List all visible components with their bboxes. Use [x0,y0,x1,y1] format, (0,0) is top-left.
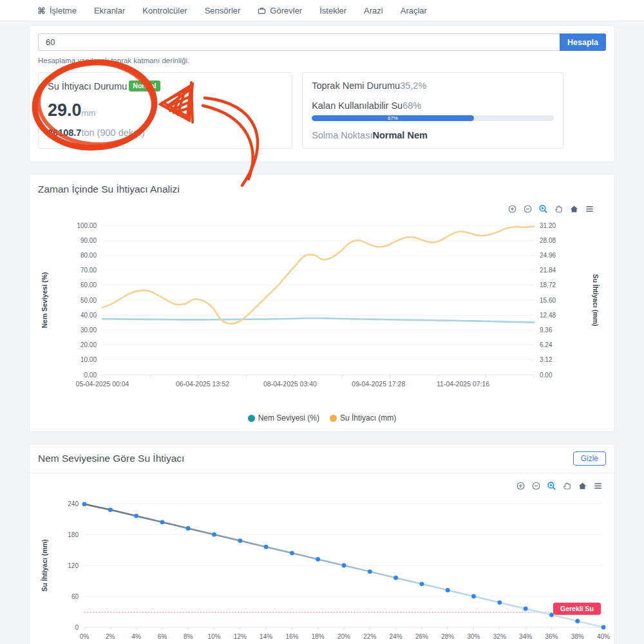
data-point-marker[interactable] [290,551,294,555]
time-analysis-panel: Zaman İçinde Su İhtiyacı Analizi 0.000.0… [29,174,615,432]
data-point-marker[interactable] [471,594,476,599]
data-point-marker[interactable] [575,619,580,623]
nav-item-kontrolculer[interactable]: Kontrolcüler [142,6,187,15]
pan-icon[interactable] [554,204,564,216]
nav-item-istekler[interactable]: İstekler [319,6,346,15]
nav-item-arazi[interactable]: Arazi [364,6,383,15]
available-water-label: Kalan Kullanılabilir Su [312,100,402,111]
legend-item[interactable]: Nem Seviyesi (%) [248,413,319,422]
nav-item-label: Sensörler [205,6,241,15]
moisture-water-panel: Nem Seviyesine Göre Su İhtiyacı Gizle 06… [29,444,615,644]
zoom-in-icon[interactable] [516,481,526,493]
data-point-marker[interactable] [160,520,165,524]
x-tick-label: 30% [467,633,480,640]
y-right-axis-title: Su İhtiyacı (mm) [592,274,600,326]
water-total-unit: ton (900 dekar) [81,128,144,138]
x-tick-label: 10% [207,633,220,640]
zoom-out-icon[interactable] [531,481,541,493]
x-tick-label: 38% [571,633,584,640]
nav-item-ekranlar[interactable]: Ekranlar [94,6,125,15]
nav-item-araclar[interactable]: Araçlar [401,6,427,15]
available-water-progressbar: 67% [312,115,554,121]
data-point-marker[interactable] [601,625,606,630]
x-tick-label: 12% [234,633,247,640]
y-tick-label: 60 [71,593,79,600]
legend-item[interactable]: Su İhtiyacı (mm) [330,413,396,422]
data-point-marker[interactable] [446,588,450,592]
data-point-marker[interactable] [186,526,191,531]
nav-item-label: Ekranlar [94,6,125,15]
y-left-tick-label: 10.00 [80,356,97,363]
y-right-tick-label: 28.08 [540,237,556,244]
y-right-tick-label: 3.12 [540,356,553,363]
y-left-tick-label: 90.00 [80,237,97,244]
selection-zoom-icon[interactable] [547,481,556,493]
zoom-out-icon[interactable] [523,204,533,216]
x-tick-label: 11-04-2025 07:16 [437,380,489,388]
x-tick-label: 05-04-2025 00:04 [76,380,129,388]
data-point-marker[interactable] [264,545,269,549]
water-need-unit: mm [82,108,96,118]
hide-button[interactable]: Gizle [573,451,606,466]
status-cards-row: Su İhtiyacı DurumuNormal 29.0mm 26108.7t… [38,72,606,149]
data-point-marker[interactable] [549,612,554,617]
top-navbar: İşletmeEkranlarKontrolcülerSensörlerGöre… [0,0,644,21]
zoom-in-icon[interactable] [507,204,517,216]
moisture-water-header: Nem Seviyesine Göre Su İhtiyacı Gizle [30,444,614,473]
x-tick-label: 40% [597,633,610,640]
nav-item-gorevler[interactable]: Görevler [258,6,302,15]
series-line-moisture [102,318,534,322]
soil-moisture-card: Toprak Nemi Durumu35,2% Kalan Kullanılab… [302,72,564,149]
y-tick-label: 120 [68,562,79,569]
x-tick-label: 8% [184,633,193,640]
data-point-marker[interactable] [368,569,372,574]
data-point-marker[interactable] [524,607,528,611]
data-point-marker[interactable] [497,600,502,605]
moisture-water-chart[interactable]: 0601201802400%2%4%6%8%10%12%14%16%18%20%… [30,493,614,644]
depth-input-group: Hesapla [38,33,606,51]
wilting-point-value: Normal Nem [372,130,427,140]
home-icon[interactable] [578,481,587,493]
data-point-marker[interactable] [212,533,216,537]
nav-item-isletme[interactable]: İşletme [37,6,77,15]
pan-icon[interactable] [562,481,572,493]
y-tick-label: 240 [68,500,79,507]
y-right-tick-label: 9.36 [540,327,553,334]
y-left-tick-label: 50.00 [80,297,97,304]
moisture-water-title: Nem Seviyesine Göre Su İhtiyacı [38,453,184,464]
data-point-marker[interactable] [82,502,87,506]
x-tick-label: 4% [131,633,141,640]
data-point-marker[interactable] [420,582,424,586]
data-point-marker[interactable] [393,576,398,580]
data-point-marker[interactable] [342,564,346,568]
y-axis-title: Su İhtiyacı (mm) [41,539,48,591]
available-water-row: Kalan Kullanılabilir Su68% [312,100,554,111]
selection-zoom-icon[interactable] [538,204,548,216]
chart1-legend: Nem Seviyesi (%)Su İhtiyacı (mm) [38,413,606,422]
data-point-marker[interactable] [108,507,113,512]
y-right-tick-label: 0.00 [540,372,553,379]
data-point-marker[interactable] [134,514,138,518]
x-tick-label: 32% [493,633,506,640]
y-left-tick-label: 80.00 [80,252,97,259]
x-tick-label: 24% [390,633,402,640]
data-point-marker[interactable] [238,538,242,543]
calculate-button[interactable]: Hesapla [560,33,606,51]
time-analysis-title: Zaman İçinde Su İhtiyacı Analizi [38,184,606,195]
nav-item-label: Görevler [270,6,302,15]
menu-icon[interactable] [593,481,603,493]
x-tick-label: 34% [519,633,532,640]
menu-icon[interactable] [585,204,594,216]
water-total-value: 26108.7 [48,128,81,138]
time-analysis-chart[interactable]: 0.000.0010.003.1220.006.2430.009.3640.00… [38,216,606,412]
moisture-status-value: 35,2% [400,80,426,91]
data-point-marker[interactable] [316,557,320,562]
y-right-tick-label: 15.60 [540,297,556,304]
depth-input[interactable] [38,33,560,51]
x-tick-label: 28% [441,633,454,640]
x-tick-label: 22% [363,633,376,640]
nav-item-sensorler[interactable]: Sensörler [205,6,241,15]
x-tick-label: 06-04-2025 13:52 [176,380,229,388]
y-left-tick-label: 20.00 [80,341,97,348]
home-icon[interactable] [569,204,579,216]
